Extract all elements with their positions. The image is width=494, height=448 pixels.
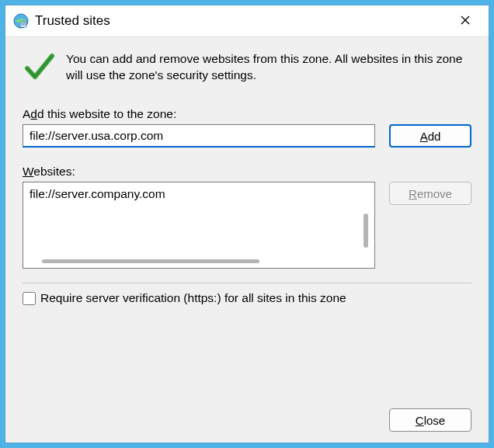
websites-row: file://server.company.com Remove: [23, 182, 471, 269]
require-https-checkbox[interactable]: [23, 292, 36, 305]
svg-rect-2: [21, 23, 26, 24]
titlebar-title: Trusted sites: [35, 13, 450, 29]
titlebar-close-button[interactable]: [450, 10, 481, 32]
info-text: You can add and remove websites from thi…: [66, 51, 471, 84]
require-https-label: Require server verification (https:) for…: [40, 291, 346, 305]
add-website-row: Add: [23, 124, 471, 148]
websites-label: Websites:: [23, 165, 471, 179]
divider: [23, 283, 471, 283]
websites-listbox[interactable]: file://server.company.com: [23, 182, 375, 269]
add-website-label: Add this website to the zone:: [23, 107, 471, 121]
trusted-sites-dialog: Trusted sites You can add and remove web…: [5, 5, 489, 443]
info-row: You can add and remove websites from thi…: [23, 51, 471, 84]
zone-globe-icon: [13, 13, 29, 29]
footer: Close: [23, 385, 471, 432]
scrollbar-vertical-icon[interactable]: [364, 214, 368, 248]
add-website-input[interactable]: [23, 124, 375, 148]
checkmark-icon: [23, 51, 55, 84]
dialog-content: You can add and remove websites from thi…: [5, 37, 489, 443]
svg-rect-3: [21, 25, 26, 26]
close-button[interactable]: Close: [389, 408, 471, 432]
scrollbar-horizontal-icon[interactable]: [42, 259, 259, 263]
remove-button[interactable]: Remove: [389, 182, 471, 205]
list-item[interactable]: file://server.company.com: [28, 186, 370, 203]
require-https-row[interactable]: Require server verification (https:) for…: [23, 291, 471, 305]
add-button[interactable]: Add: [389, 124, 471, 148]
titlebar: Trusted sites: [5, 5, 489, 37]
close-icon: [461, 14, 470, 28]
